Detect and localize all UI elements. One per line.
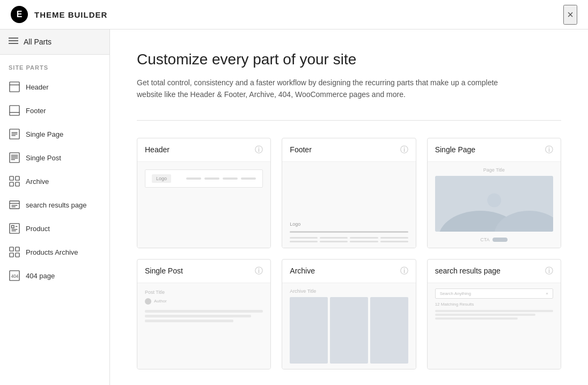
page-description: Get total control, consistency and a fas… xyxy=(137,77,512,101)
footer-line-2 xyxy=(320,237,348,239)
page-title: Customize every part of your site xyxy=(137,51,561,68)
sidebar-item-404[interactable]: 404 404 page xyxy=(0,264,109,287)
404-icon: 404 xyxy=(9,270,20,282)
svg-rect-5 xyxy=(10,106,19,115)
sidebar: All Parts SITE PARTS Header Footer Singl… xyxy=(0,29,110,385)
svg-rect-3 xyxy=(10,82,19,92)
sidebar-item-search-results[interactable]: search results page xyxy=(0,193,109,217)
svg-rect-29 xyxy=(10,247,13,251)
card-archive-bar: Archive ⓘ xyxy=(282,260,415,283)
archive-item-1 xyxy=(290,297,328,364)
sidebar-item-single-post-label: Single Post xyxy=(26,154,61,162)
single-post-icon xyxy=(9,152,20,164)
preview-post-lines xyxy=(145,310,263,322)
footer-line-5 xyxy=(290,241,318,242)
svg-rect-25 xyxy=(12,226,14,228)
info-icon-footer[interactable]: ⓘ xyxy=(400,145,408,155)
svg-rect-20 xyxy=(10,201,19,209)
footer-icon xyxy=(9,105,20,116)
site-parts-label: SITE PARTS xyxy=(0,55,109,75)
card-footer-title: Footer xyxy=(290,145,311,154)
svg-rect-18 xyxy=(10,182,13,186)
card-single-page-preview: Page Title CTA xyxy=(428,162,561,248)
footer-line-4 xyxy=(380,237,408,239)
sidebar-item-footer[interactable]: Footer xyxy=(0,99,109,122)
preview-archive-grid xyxy=(290,297,408,364)
product-icon xyxy=(9,223,20,234)
card-single-page-bar: Single Page ⓘ xyxy=(428,138,561,162)
preview-post-author: Author xyxy=(145,298,263,305)
info-icon-single-page[interactable]: ⓘ xyxy=(545,145,553,155)
sidebar-item-search-label: search results page xyxy=(26,201,86,209)
card-single-post-preview: Post Title Author xyxy=(137,283,270,369)
info-icon-search-results[interactable]: ⓘ xyxy=(545,266,553,276)
sidebar-item-archive-label: Archive xyxy=(26,177,49,186)
footer-line-3 xyxy=(350,237,378,239)
preview-author-avatar xyxy=(145,298,151,305)
preview-archive-title-text: Archive Title xyxy=(290,288,408,294)
sidebar-item-product[interactable]: Product xyxy=(0,217,109,240)
sidebar-item-footer-label: Footer xyxy=(26,107,46,115)
preview-page-image xyxy=(435,176,553,232)
top-bar: E THEME BUILDER × xyxy=(0,0,588,29)
sidebar-item-archive[interactable]: Archive xyxy=(0,169,109,193)
sidebar-item-product-label: Product xyxy=(26,225,50,233)
card-single-post-title: Single Post xyxy=(145,266,183,275)
card-archive[interactable]: Archive ⓘ Archive Title xyxy=(282,259,416,369)
preview-post-content: Post Title Author xyxy=(137,283,270,369)
nav-line-4 xyxy=(241,177,256,180)
info-icon-header[interactable]: ⓘ xyxy=(255,145,263,155)
preview-post-title-text: Post Title xyxy=(145,290,263,295)
sidebar-item-header[interactable]: Header xyxy=(0,75,109,99)
card-single-page[interactable]: Single Page ⓘ Page Title xyxy=(427,138,561,248)
svg-rect-30 xyxy=(16,247,19,251)
footer-line-1 xyxy=(290,237,318,239)
close-button[interactable]: × xyxy=(563,5,577,25)
preview-page-content: Page Title CTA xyxy=(428,162,561,248)
info-icon-single-post[interactable]: ⓘ xyxy=(255,266,263,276)
preview-header-nav: Logo xyxy=(145,169,263,188)
search-line-1 xyxy=(435,310,553,312)
card-single-page-title: Single Page xyxy=(435,145,476,154)
svg-rect-31 xyxy=(10,253,13,257)
search-line-3 xyxy=(435,317,518,320)
sidebar-item-header-label: Header xyxy=(26,83,49,91)
search-line-2 xyxy=(435,314,535,316)
card-archive-title: Archive xyxy=(290,266,315,275)
products-archive-icon xyxy=(9,246,20,258)
card-header-bar: Header ⓘ xyxy=(137,138,270,162)
footer-line-6 xyxy=(320,241,348,242)
preview-cta-button xyxy=(493,238,508,242)
preview-page-title-text: Page Title xyxy=(435,167,553,173)
nav-line-2 xyxy=(204,177,219,180)
post-line-3 xyxy=(145,320,233,322)
footer-line-7 xyxy=(350,241,378,242)
info-icon-archive[interactable]: ⓘ xyxy=(400,266,408,276)
card-search-results[interactable]: search results page ⓘ Search Anything × … xyxy=(427,259,561,369)
search-results-icon xyxy=(9,199,20,211)
svg-rect-24 xyxy=(10,224,19,233)
sidebar-item-single-page[interactable]: Single Page xyxy=(0,122,109,146)
svg-rect-17 xyxy=(16,176,19,180)
all-parts-label: All Parts xyxy=(24,38,52,46)
preview-footer-lines xyxy=(290,231,408,242)
nav-line-3 xyxy=(223,177,238,180)
menu-icon xyxy=(9,37,18,47)
svg-point-38 xyxy=(487,193,501,207)
card-single-post[interactable]: Single Post ⓘ Post Title Author xyxy=(137,259,271,369)
preview-search-placeholder: Search Anything xyxy=(440,291,471,296)
header-icon xyxy=(9,81,20,93)
sidebar-item-single-post[interactable]: Single Post xyxy=(0,146,109,169)
sidebar-item-products-archive-label: Products Archive xyxy=(26,248,78,256)
preview-author-name: Author xyxy=(154,299,167,303)
sidebar-item-products-archive[interactable]: Products Archive xyxy=(0,240,109,264)
card-header[interactable]: Header ⓘ Logo xyxy=(137,138,271,248)
sidebar-all-parts[interactable]: All Parts xyxy=(0,29,109,55)
card-single-post-bar: Single Post ⓘ xyxy=(137,260,270,283)
cards-grid: Header ⓘ Logo xyxy=(137,138,561,369)
preview-cta-row: CTA xyxy=(435,237,553,242)
card-search-preview: Search Anything × 12 Matching Results xyxy=(428,283,561,369)
card-search-results-bar: search results page ⓘ xyxy=(428,260,561,283)
card-footer[interactable]: Footer ⓘ Logo xyxy=(282,138,416,248)
preview-results-count: 12 Matching Results xyxy=(435,302,553,307)
